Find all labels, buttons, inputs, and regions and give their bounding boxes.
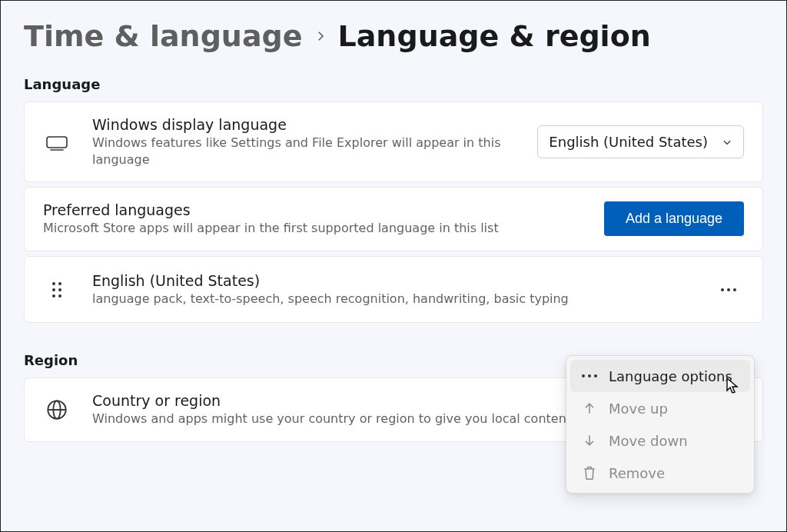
menu-item-label: Move down — [609, 433, 688, 449]
preferred-languages-title: Preferred languages — [43, 201, 583, 218]
arrow-up-icon — [581, 400, 598, 417]
display-language-title: Windows display language — [92, 116, 516, 133]
display-language-card: Windows display language Windows feature… — [24, 101, 763, 182]
drag-handle-icon[interactable] — [43, 282, 71, 298]
menu-item-label: Remove — [609, 465, 665, 481]
section-label-language: Language — [24, 76, 763, 92]
display-icon — [43, 134, 71, 151]
language-item-sub: language pack, text-to-speech, speech re… — [92, 291, 692, 308]
arrow-down-icon — [581, 432, 598, 449]
breadcrumb-parent[interactable]: Time & language — [24, 19, 303, 53]
svg-rect-0 — [47, 137, 67, 148]
context-menu: Language options Move up Move down Remov… — [566, 355, 755, 494]
more-icon — [721, 288, 736, 291]
display-language-sub: Windows features like Settings and File … — [92, 135, 516, 168]
menu-language-options[interactable]: Language options — [570, 360, 750, 392]
menu-item-label: Language options — [609, 368, 732, 384]
preferred-languages-card: Preferred languages Microsoft Store apps… — [24, 187, 763, 251]
chevron-right-icon — [314, 29, 327, 43]
language-item-title: English (United States) — [92, 272, 692, 289]
display-language-value: English (United States) — [549, 134, 708, 150]
breadcrumb: Time & language Language & region — [24, 19, 763, 53]
more-options-button[interactable] — [713, 274, 744, 305]
chevron-down-icon — [722, 137, 732, 148]
breadcrumb-current: Language & region — [338, 19, 651, 53]
preferred-languages-sub: Microsoft Store apps will appear in the … — [43, 220, 583, 237]
add-language-button[interactable]: Add a language — [604, 201, 744, 236]
display-language-dropdown[interactable]: English (United States) — [537, 125, 744, 158]
more-icon — [581, 367, 598, 384]
trash-icon — [581, 464, 598, 481]
menu-item-label: Move up — [609, 401, 668, 417]
language-item[interactable]: English (United States) language pack, t… — [24, 256, 763, 324]
menu-move-up: Move up — [570, 392, 750, 424]
menu-remove: Remove — [570, 457, 750, 489]
globe-icon — [43, 399, 71, 421]
menu-move-down: Move down — [570, 424, 750, 457]
